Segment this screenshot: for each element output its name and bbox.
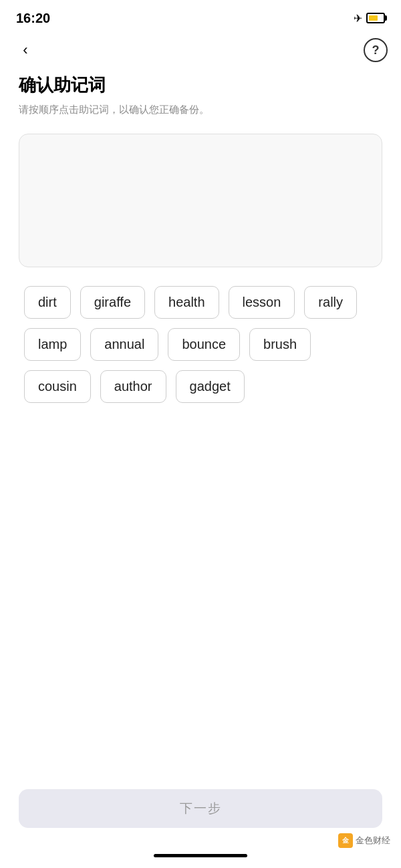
watermark: 金 金色财经: [338, 833, 390, 848]
word-chip-cousin[interactable]: cousin: [24, 370, 91, 403]
back-button[interactable]: ‹: [13, 38, 37, 62]
watermark-text: 金色财经: [356, 835, 390, 847]
word-chip-gadget[interactable]: gadget: [176, 370, 245, 403]
next-button[interactable]: 下一步: [19, 789, 382, 828]
page-title: 确认助记词: [19, 74, 382, 97]
answer-area: [19, 134, 382, 267]
word-chip-bounce[interactable]: bounce: [168, 328, 240, 361]
word-chip-giraffe[interactable]: giraffe: [80, 286, 145, 319]
word-chip-lamp[interactable]: lamp: [24, 328, 81, 361]
word-chip-dirt[interactable]: dirt: [24, 286, 71, 319]
word-chip-author[interactable]: author: [100, 370, 166, 403]
nav-bar: ‹ ?: [0, 33, 401, 67]
status-time: 16:20: [16, 11, 50, 26]
word-chip-brush[interactable]: brush: [249, 328, 311, 361]
bottom-area: 下一步: [0, 789, 401, 828]
page-subtitle: 请按顺序点击助记词，以确认您正确备份。: [19, 102, 382, 118]
home-indicator: [154, 854, 247, 857]
word-chip-lesson[interactable]: lesson: [229, 286, 295, 319]
word-chip-annual[interactable]: annual: [90, 328, 158, 361]
word-grid: dirtgiraffehealthlessonrallylampannualbo…: [19, 286, 382, 403]
page-content: 确认助记词 请按顺序点击助记词，以确认您正确备份。 dirtgiraffehea…: [0, 67, 401, 403]
battery-icon: [366, 13, 385, 23]
help-button[interactable]: ?: [364, 38, 388, 62]
watermark-logo: 金: [338, 833, 353, 848]
word-chip-rally[interactable]: rally: [304, 286, 357, 319]
battery-fill: [369, 15, 378, 21]
status-bar: 16:20 ✈: [0, 0, 401, 33]
status-icons: ✈: [354, 12, 385, 25]
word-chip-health[interactable]: health: [154, 286, 219, 319]
airplane-icon: ✈: [354, 12, 362, 25]
